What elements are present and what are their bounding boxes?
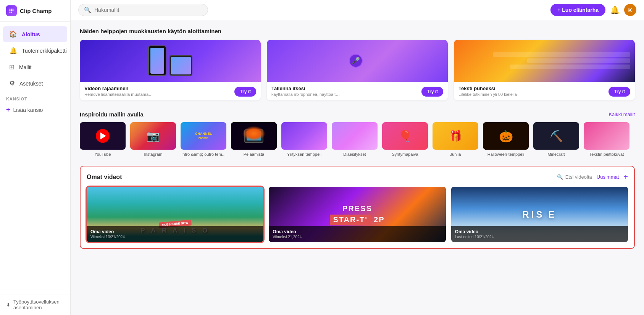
easy-edit-desc-0: Remove lisämateriaalilla muutamalla naps… — [84, 92, 153, 97]
sidebar: Clip Champ 🏠 Aloitus 🔔 Tuotemerkkipakett… — [0, 0, 71, 315]
settings-icon: ⚙ — [9, 79, 15, 87]
try-it-button-2[interactable]: Try it — [608, 87, 630, 97]
video-info-0: Oma video Viimeksi 10/21/2024 — [87, 226, 263, 242]
install-label: Työpöytäsovelluksen asentaminen — [13, 299, 64, 310]
youtube-play-icon — [96, 129, 110, 143]
template-card-text[interactable]: Tekstin peittokuvat — [584, 122, 629, 157]
templates-header: Inspiroidu mallin avulla Kaikki mallit — [80, 111, 635, 118]
template-card-business[interactable]: Yrityksen temppeli — [281, 122, 327, 157]
see-all-templates-button[interactable]: Kaikki mallit — [608, 111, 635, 117]
instagram-icon: 📷 — [147, 130, 160, 142]
easy-edit-name-1: Tallenna itsesi — [271, 86, 418, 91]
easy-edit-card-0[interactable]: Videon rajaaminen Remove lisämateriaalil… — [80, 40, 261, 100]
templates-icon: ⊞ — [9, 63, 15, 71]
template-label-minecraft: Minecraft — [547, 152, 565, 157]
easy-edit-info-0: Videon rajaaminen Remove lisämateriaalil… — [80, 82, 261, 100]
gaming-scene — [231, 122, 277, 150]
template-card-intro[interactable]: CHANNELNAME Intro &amp; outro tem... — [181, 122, 226, 157]
sidebar-item-asetukset[interactable]: ⚙ Asetukset — [3, 76, 67, 91]
install-desktop-button[interactable]: ⬇ Työpöytäsovelluksen asentaminen — [0, 294, 70, 315]
sidebar-header: Clip Champ — [0, 0, 70, 22]
easy-edit-card-1[interactable]: 🎤 Tallenna itsesi käyttämällä mxrophonea… — [267, 40, 448, 100]
template-thumb-business — [281, 122, 327, 150]
pumpkin-icon: 🎃 — [499, 129, 513, 143]
video-card-2[interactable]: RISE Oma video Last edited 10/21/2024 — [451, 187, 628, 242]
add-folder-button[interactable]: + Lisää kansio — [0, 103, 70, 117]
easy-edit-texts-0: Videon rajaaminen Remove lisämateriaalil… — [84, 86, 231, 97]
notification-icon[interactable]: 🔔 — [610, 5, 620, 15]
template-card-gaming[interactable]: Pelaamista — [231, 122, 277, 157]
sidebar-item-tuotemerkkipaketti[interactable]: 🔔 Tuotemerkkipaketti — [3, 43, 67, 58]
video-name-1: Oma video — [273, 229, 442, 234]
template-label-gaming: Pelaamista — [244, 152, 264, 157]
plus-icon: + — [6, 106, 10, 114]
gaming-glow — [242, 126, 265, 141]
search-icon: 🔍 — [84, 6, 91, 13]
templates-title: Inspiroidu mallin avulla — [80, 111, 144, 118]
start-badge: STAR-T' — [330, 215, 371, 225]
video-name-2: Oma video — [455, 229, 624, 234]
easy-edits-row: Videon rajaaminen Remove lisämateriaalil… — [80, 40, 635, 100]
template-thumb-gaming — [231, 122, 277, 150]
video-search-label: Etsi videoita — [565, 174, 592, 180]
easy-edit-thumb-0 — [80, 40, 261, 82]
template-label-instagram: Instagram — [144, 152, 163, 157]
sidebar-item-label: Aloitus — [22, 31, 40, 37]
sort-newest-button[interactable]: Uusimmat — [597, 174, 619, 180]
template-card-halloween[interactable]: 🎃 Halloween-temppeli — [483, 122, 529, 157]
easy-edit-texts-1: Tallenna itsesi käyttämällä mxrophonea, … — [271, 86, 418, 97]
easy-edit-desc-2: Lifelike tutkiminen yli 80 kielellä — [458, 92, 527, 97]
template-label-youtube: YouTube — [94, 152, 111, 157]
search-icon-small: 🔍 — [557, 174, 563, 180]
sidebar-nav: 🏠 Aloitus 🔔 Tuotemerkkipaketti ⊞ Mallit … — [0, 22, 70, 294]
template-thumb-minecraft: ⛏️ — [533, 122, 579, 150]
videos-grid: SUBSCRIBE NOW P A R A I S O Oma video Vi… — [87, 187, 628, 242]
template-card-birthday[interactable]: 🎈 Syntymäpäivä — [382, 122, 428, 157]
search-box[interactable]: 🔍 — [78, 4, 208, 16]
add-folder-label: Lisää kansio — [13, 107, 43, 113]
folders-label: KANSIOT — [0, 92, 70, 103]
my-videos-header: Omat videot 🔍 Etsi videoita Uusimmat + — [87, 173, 628, 181]
try-it-button-0[interactable]: Try it — [234, 87, 256, 97]
easy-edit-name-0: Videon rajaaminen — [84, 86, 231, 91]
phone-mockup — [148, 45, 166, 76]
video-card-0[interactable]: SUBSCRIBE NOW P A R A I S O Oma video Vi… — [87, 187, 263, 242]
template-card-minecraft[interactable]: ⛏️ Minecraft — [533, 122, 579, 157]
template-thumb-slides — [332, 122, 378, 150]
template-card-slides[interactable]: Diaesitykset — [332, 122, 378, 157]
add-video-button[interactable]: + — [623, 173, 628, 181]
gift-icon: 🎁 — [449, 130, 462, 142]
download-icon: ⬇ — [6, 302, 10, 308]
video-date-2: Last edited 10/21/2024 — [455, 235, 624, 239]
easy-edits-title: Näiden helppojen muokkausten käytön aloi… — [80, 28, 635, 34]
template-label-halloween: Halloween-temppeli — [487, 152, 525, 157]
channel-text: CHANNELNAME — [195, 132, 212, 140]
press-text: PRESS — [342, 204, 372, 213]
video-date-1: Viimeksi 21,2024 — [273, 235, 442, 239]
sidebar-item-mallit[interactable]: ⊞ Mallit — [3, 59, 67, 75]
search-input[interactable] — [94, 7, 202, 13]
template-card-instagram[interactable]: 📷 Instagram — [130, 122, 176, 157]
video-card-1[interactable]: PRESS STAR-T' 2P Oma video Viimeksi 21,2… — [269, 187, 445, 242]
content-area: Näiden helppojen muokkausten käytön aloi… — [71, 20, 644, 315]
avatar[interactable]: K — [624, 4, 636, 16]
app-logo-icon — [6, 5, 17, 16]
phone-screen — [150, 48, 164, 74]
video-search-button[interactable]: 🔍 Etsi videoita — [557, 174, 592, 180]
app-title: Clip Champ — [20, 8, 52, 14]
play-triangle — [100, 132, 106, 139]
try-it-button-1[interactable]: Try it — [421, 87, 443, 97]
easy-edit-texts-2: Teksti puheeksi Lifelike tutkiminen yli … — [458, 86, 605, 97]
create-button[interactable]: + Luo eläintarha — [550, 4, 605, 16]
topbar-right: + Luo eläintarha 🔔 K — [550, 4, 636, 16]
template-label-business: Yrityksen temppeli — [287, 152, 321, 157]
template-label-birthday: Syntymäpäivä — [392, 152, 418, 157]
brand-icon: 🔔 — [9, 47, 17, 55]
sidebar-item-aloitus[interactable]: 🏠 Aloitus — [3, 26, 67, 42]
template-card-youtube[interactable]: YouTube — [80, 122, 126, 157]
easy-edit-card-2[interactable]: Teksti puheeksi Lifelike tutkiminen yli … — [454, 40, 635, 100]
template-label-slides: Diaesitykset — [343, 152, 366, 157]
template-card-party[interactable]: 🎁 Juhlia — [433, 122, 478, 157]
thumb-mockup-0 — [80, 40, 261, 82]
topbar: 🔍 + Luo eläintarha 🔔 K — [71, 0, 644, 20]
